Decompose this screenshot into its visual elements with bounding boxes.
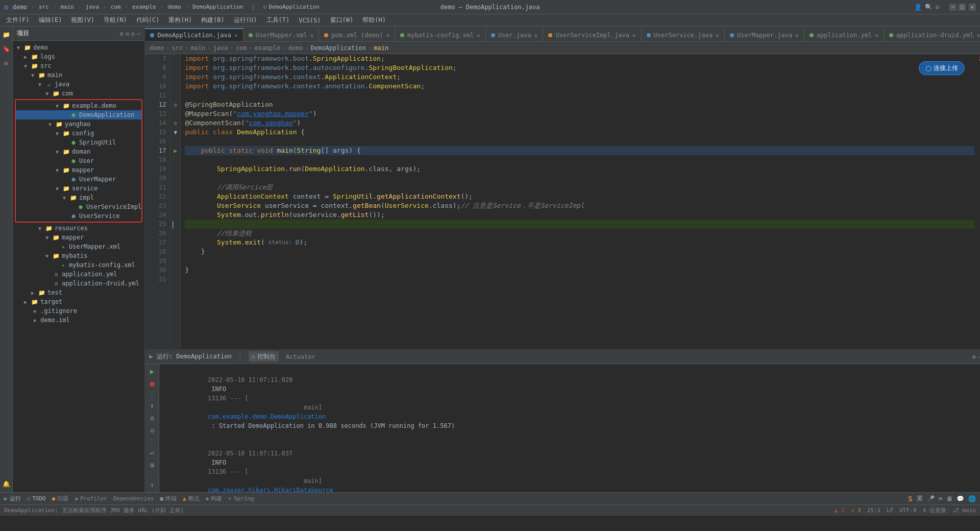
bc-demo2[interactable]: demo xyxy=(288,44,303,52)
git-branch[interactable]: ⎇ main xyxy=(952,507,976,514)
tab-close-pom-xml[interactable]: ✕ xyxy=(386,32,389,39)
tree-item-usermapper-xml[interactable]: ✦ UserMapper.xml xyxy=(13,242,144,251)
tab-close-mybatis-config[interactable]: ✕ xyxy=(477,32,480,39)
tree-item-resources[interactable]: ▼ 📁 resources xyxy=(13,224,144,233)
bt-problems[interactable]: ● 问题 xyxy=(52,495,69,502)
run-clear-button[interactable]: ⊘ xyxy=(147,413,157,423)
tree-item-src[interactable]: ▼ 📁 src xyxy=(13,61,144,70)
close-button[interactable]: ✕ xyxy=(969,4,976,11)
run-close-icon[interactable]: – xyxy=(978,353,980,360)
menu-window[interactable]: 窗口(W) xyxy=(326,15,358,26)
bc-src[interactable]: src xyxy=(172,44,183,52)
tree-item-demoiml[interactable]: ◈ demo.iml xyxy=(13,316,144,325)
tab-userserviceimpl[interactable]: UserServiceImpl.java ✕ xyxy=(543,28,641,41)
tree-item-target[interactable]: ▶ 📁 target xyxy=(13,297,144,306)
bc-main-method[interactable]: main xyxy=(374,44,388,52)
bt-run[interactable]: ▶ 运行 xyxy=(4,495,21,502)
menu-tools[interactable]: 工具(T) xyxy=(262,15,294,26)
run-settings-icon[interactable]: ⚙ xyxy=(972,353,976,360)
tree-item-springutil[interactable]: ● SpringUtil xyxy=(16,138,141,147)
translate-icon[interactable]: 🌐 xyxy=(968,495,976,502)
search-everywhere-icon[interactable]: 🔍 xyxy=(925,4,933,11)
tab-close-demoapplication[interactable]: ✕ xyxy=(234,32,238,39)
project-gear-icon[interactable]: – xyxy=(137,30,140,37)
tab-usermapper-xml[interactable]: UserMapper.xml ✕ xyxy=(243,28,320,41)
line-sep[interactable]: LF xyxy=(887,507,893,514)
tree-item-impl[interactable]: ▼ 📁 impl xyxy=(16,193,141,202)
project-scroll-icon[interactable]: ◎ xyxy=(131,30,135,37)
menu-run[interactable]: 运行(U) xyxy=(230,15,261,26)
tree-item-com[interactable]: ▼ 📁 com xyxy=(13,89,144,98)
run-pin-button[interactable]: ⊞ xyxy=(147,460,157,470)
bc-java[interactable]: java xyxy=(213,44,228,52)
bt-spring[interactable]: ✈ Spring xyxy=(228,495,254,502)
menu-help[interactable]: 帮助(H) xyxy=(358,15,390,26)
tab-close-userservice-java[interactable]: ✕ xyxy=(716,32,719,39)
tree-item-usermapper[interactable]: ● UserMapper xyxy=(16,175,141,184)
tab-demoapplication[interactable]: DemoApplication.java ✕ xyxy=(145,28,243,41)
tree-item-logs[interactable]: ▶ 📁 logs xyxy=(13,52,144,61)
run-stop-button[interactable]: ■ xyxy=(147,378,157,389)
tab-userservice-java[interactable]: UserService.java ✕ xyxy=(642,28,725,41)
bc-com[interactable]: com xyxy=(236,44,247,52)
tree-item-mapper[interactable]: ▼ 📁 mapper xyxy=(16,165,141,175)
screen-icon[interactable]: 🖥 xyxy=(946,495,952,502)
maximize-button[interactable]: □ xyxy=(959,4,966,11)
menu-refactor[interactable]: 重构(H) xyxy=(164,15,196,26)
tree-item-config[interactable]: ▼ 📁 config xyxy=(16,129,141,138)
menu-code[interactable]: 代码(C) xyxy=(132,15,164,26)
bookmark-icon[interactable]: 🔖 xyxy=(0,43,12,55)
tab-mybatis-config[interactable]: mybatis-config.xml ✕ xyxy=(395,28,486,41)
run-filter-button[interactable]: ⊝ xyxy=(147,425,157,436)
tree-item-mybatis[interactable]: ▼ 📁 mybatis xyxy=(13,251,144,260)
tab-app-yml[interactable]: application.yml ✕ xyxy=(804,28,884,41)
lang-indicator[interactable]: 英 xyxy=(917,494,923,503)
menu-build[interactable]: 构建(B) xyxy=(197,15,229,26)
tab-usermapper-java[interactable]: UserMapper.java ✕ xyxy=(725,28,804,41)
menu-edit[interactable]: 编辑(E) xyxy=(35,15,66,26)
menu-nav[interactable]: 导航(N) xyxy=(100,15,131,26)
tab-user-java[interactable]: User.java ✕ xyxy=(486,28,544,41)
chat-icon[interactable]: 💬 xyxy=(957,495,964,502)
tab-pom-xml[interactable]: pom.xml (demo) ✕ xyxy=(319,28,395,41)
tree-item-user[interactable]: ● User xyxy=(16,156,141,165)
tree-item-userservice[interactable]: ● UserService xyxy=(16,211,141,221)
bc-main[interactable]: main xyxy=(190,44,205,52)
run-tab-actuator[interactable]: Actuator xyxy=(283,352,318,361)
indent-indicator[interactable]: 4 位置换 xyxy=(923,506,946,514)
run-icon-line14[interactable]: ⊙ xyxy=(170,118,180,128)
bt-profiler[interactable]: ◈ Profiler xyxy=(75,495,107,502)
title-bar-controls[interactable]: 👤 🔍 ⚙ ─ □ ✕ xyxy=(914,4,976,11)
bt-dependencies[interactable]: Dependencies xyxy=(113,495,154,502)
tab-close-app-yml[interactable]: ✕ xyxy=(875,32,878,39)
notifications-icon[interactable]: 🔔 xyxy=(0,478,12,490)
bt-terminal[interactable]: ■ 终端 xyxy=(160,495,177,502)
tab-druid-yml[interactable]: application-druid.yml ✕ xyxy=(884,28,980,41)
tree-item-main[interactable]: ▼ 📁 main xyxy=(13,70,144,80)
user-icon[interactable]: 👤 xyxy=(914,4,922,11)
run-log-content[interactable]: 2022-05-10 11:07:11.020 INFO 13136 --- [… xyxy=(159,364,980,492)
bc-example[interactable]: example xyxy=(255,44,281,52)
tree-item-gitignore[interactable]: ◈ .gitignore xyxy=(13,306,144,316)
settings-icon[interactable]: ⚙ xyxy=(936,4,939,11)
connect-upload-button[interactable]: ⬡ 连接上传 xyxy=(919,61,965,75)
tab-close-userserviceimpl[interactable]: ✕ xyxy=(632,32,636,39)
encoding[interactable]: UTF-8 xyxy=(900,507,917,514)
tree-item-yanghao[interactable]: ▼ 📁 yanghao xyxy=(16,119,141,129)
project-icon[interactable]: 📁 xyxy=(0,29,12,41)
bt-breakpoints[interactable]: ▲ 断点 xyxy=(183,495,200,502)
menu-file[interactable]: 文件(F) xyxy=(2,15,34,26)
bc-demoapplication[interactable]: DemoApplication xyxy=(311,44,366,52)
tab-close-usermapper-xml[interactable]: ✕ xyxy=(310,32,314,39)
tree-item-demoapplication[interactable]: ● DemoApplication xyxy=(16,110,141,119)
menu-view[interactable]: 视图(V) xyxy=(67,15,99,26)
project-expand-icon[interactable]: ⇅ xyxy=(126,30,129,37)
run-tab-console[interactable]: ⊡ 控制台 xyxy=(249,351,279,362)
tree-item-test[interactable]: ▶ 📁 test xyxy=(13,288,144,297)
menu-vcs[interactable]: VCS(S) xyxy=(295,16,325,25)
structure-icon[interactable]: ⊞ xyxy=(0,57,12,69)
tab-close-user-java[interactable]: ✕ xyxy=(534,32,538,39)
tree-item-java[interactable]: ▼ ☕ java xyxy=(13,80,144,89)
tree-item-mybatis-config[interactable]: ✦ mybatis-config.xml xyxy=(13,260,144,270)
run-wrap-button[interactable]: ↩ xyxy=(147,448,157,458)
